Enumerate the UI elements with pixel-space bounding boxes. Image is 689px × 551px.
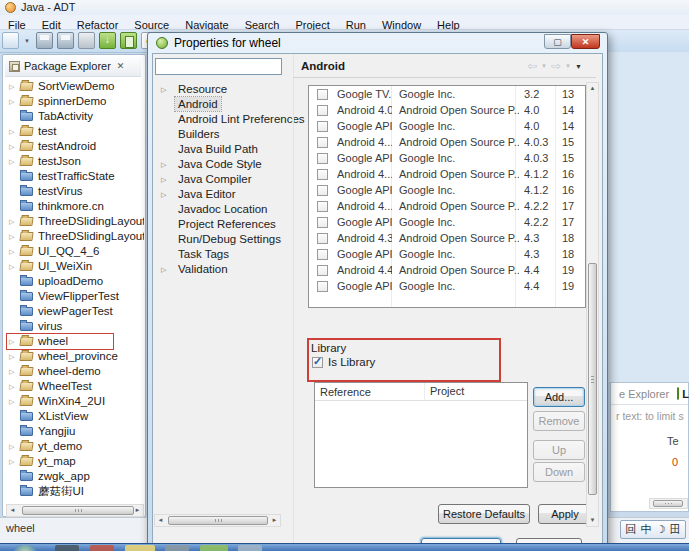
logcat-horizontal-scrollbar[interactable]	[649, 498, 688, 509]
package-explorer-item[interactable]: ▷ UI_WeiXin	[4, 259, 144, 274]
target-checkbox[interactable]	[317, 249, 328, 260]
new-wizard-menu-icon[interactable]	[23, 32, 32, 49]
Google APIs[interactable]: Google APIs Google Inc. 4.2.2 17	[309, 214, 585, 230]
expand-arrow-icon[interactable]: ▷	[9, 364, 14, 379]
package-explorer-item[interactable]: ▷ viewPagerTest	[4, 304, 144, 319]
target-checkbox[interactable]	[317, 137, 328, 148]
package-explorer-item[interactable]: ▷ spinnerDemo	[4, 94, 144, 109]
target-checkbox[interactable]	[317, 121, 328, 132]
Google APIs[interactable]: Google APIs Google Inc. 4.3 18	[309, 246, 585, 262]
new-wizard-icon[interactable]	[2, 32, 19, 49]
package-explorer-item[interactable]: ▷ test	[4, 124, 144, 139]
file-explorer-tab[interactable]: e Explorer	[619, 388, 669, 400]
package-explorer-item[interactable]: ▷ wheel-demo	[4, 364, 144, 379]
down-button[interactable]: Down	[533, 462, 585, 482]
package-explorer-item[interactable]: ▷ testTrafficState	[4, 169, 144, 184]
close-icon[interactable]: ✕	[117, 61, 125, 71]
scroll-right-icon[interactable]: ►	[269, 515, 280, 526]
windows-taskbar[interactable]	[0, 543, 689, 551]
Android 4....[interactable]: Android 4.... Android Open Source P... 4…	[309, 166, 585, 182]
package-explorer-item[interactable]: ▷ testJson	[4, 154, 144, 169]
properties-tree-item[interactable]: ▷ Task Tags	[155, 247, 289, 262]
dialog-titlebar[interactable]: Properties for wheel ▢ ✕	[148, 33, 607, 53]
maximize-button[interactable]: ▢	[544, 34, 571, 49]
Google APIs[interactable]: Google APIs Google Inc. 4.1.2 16	[309, 182, 585, 198]
package-explorer-item[interactable]: ▷ ThreeDSlidingLayout	[4, 214, 144, 229]
target-checkbox[interactable]	[317, 185, 328, 196]
expand-arrow-icon[interactable]: ▷	[161, 172, 166, 187]
Google TV...[interactable]: Google TV... Google Inc. 3.2 13	[309, 86, 585, 102]
package-explorer-item[interactable]: ▷ yt_demo	[4, 439, 144, 454]
package-explorer-item[interactable]: ▷ WheelTest	[4, 379, 144, 394]
back-menu-icon[interactable]: ▼	[541, 63, 547, 69]
view-menu-icon[interactable]: ▼	[575, 63, 582, 70]
Android 4.0[interactable]: Android 4.0 Android Open Source P... 4.0…	[309, 102, 585, 118]
package-explorer-item[interactable]: ▷ yt_map	[4, 454, 144, 469]
taskbar-app-icon[interactable]	[238, 545, 262, 551]
Google APIs[interactable]: Google APIs Google Inc. 4.0.3 15	[309, 150, 585, 166]
expand-arrow-icon[interactable]: ▷	[9, 154, 14, 169]
package-explorer-item[interactable]: ▷ WinXin4_2UI	[4, 394, 144, 409]
properties-tree-item[interactable]: ▷ Java Compiler	[155, 172, 289, 187]
scroll-up-icon[interactable]: ▲	[587, 83, 598, 94]
restore-defaults-button[interactable]: Restore Defaults	[438, 504, 530, 524]
expand-arrow-icon[interactable]: ▷	[161, 82, 166, 97]
package-explorer-item[interactable]: ▷ thinkmore.cn	[4, 199, 144, 214]
package-explorer-item[interactable]: ▷ ThreeDSlidingLayoutDe	[4, 229, 144, 244]
properties-tree-item[interactable]: ▷ Java Editor	[155, 187, 289, 202]
sdk-manager-icon[interactable]	[99, 32, 116, 49]
taskbar-app-icon[interactable]	[90, 545, 114, 551]
is-library-checkbox[interactable]	[312, 357, 323, 368]
package-explorer-item[interactable]: ▷ testVirus	[4, 184, 144, 199]
apply-button[interactable]: Apply	[538, 504, 592, 524]
target-checkbox[interactable]	[317, 265, 328, 276]
expand-arrow-icon[interactable]: ▷	[9, 244, 14, 259]
expand-arrow-icon[interactable]: ▷	[9, 259, 14, 274]
Android 4....[interactable]: Android 4.... Android Open Source P... 4…	[309, 198, 585, 214]
package-explorer-item[interactable]: ▷ wheel	[4, 334, 144, 349]
expand-arrow-icon[interactable]: ▷	[161, 262, 166, 277]
target-checkbox[interactable]	[317, 153, 328, 164]
ime-icon[interactable]: 回	[625, 521, 636, 538]
expand-arrow-icon[interactable]: ▷	[161, 157, 166, 172]
properties-tree-item[interactable]: ▷ Javadoc Location	[155, 202, 289, 217]
properties-tree-item[interactable]: ▷ Android	[155, 97, 289, 112]
properties-tree-item[interactable]: ▷ Builders	[155, 127, 289, 142]
expand-arrow-icon[interactable]: ▷	[9, 139, 14, 154]
project-column-header[interactable]: Project	[424, 383, 527, 400]
ime-icon[interactable]: ☽	[656, 521, 666, 538]
expand-arrow-icon[interactable]: ▷	[9, 439, 14, 454]
properties-tree-item[interactable]: ▷ Java Code Style	[155, 157, 289, 172]
target-checkbox[interactable]	[317, 233, 328, 244]
save-icon[interactable]	[36, 32, 53, 49]
package-explorer-item[interactable]: ▷ XListView	[4, 409, 144, 424]
properties-tree-item[interactable]: ▷ Project References	[155, 217, 289, 232]
target-checkbox[interactable]	[317, 201, 328, 212]
package-explorer-horizontal-scrollbar[interactable]: ◄ ►	[6, 504, 144, 517]
package-explorer-item[interactable]: ▷ uploadDemo	[4, 274, 144, 289]
page-vertical-scrollbar[interactable]: ▲ ▼	[586, 82, 599, 527]
save-all-icon[interactable]	[57, 32, 74, 49]
properties-tree-item[interactable]: ▷ Android Lint Preferences	[155, 112, 289, 127]
scroll-right-icon[interactable]: ►	[132, 505, 143, 516]
package-explorer-item[interactable]: ▷ UI_QQ_4_6	[4, 244, 144, 259]
package-explorer-item[interactable]: ▷ virus	[4, 319, 144, 334]
remove-button[interactable]: Remove	[533, 411, 585, 431]
expand-arrow-icon[interactable]: ▷	[9, 79, 14, 94]
filter-input[interactable]	[155, 58, 282, 75]
expand-arrow-icon[interactable]: ▷	[9, 334, 14, 349]
package-explorer-item[interactable]: ▷ SortViewDemo	[4, 79, 144, 94]
Android 4....[interactable]: Android 4.... Android Open Source P... 4…	[309, 134, 585, 150]
properties-tree-item[interactable]: ▷ Resource	[155, 82, 289, 97]
scroll-left-icon[interactable]: ◄	[7, 505, 18, 516]
scroll-down-icon[interactable]: ▼	[587, 515, 598, 526]
expand-arrow-icon[interactable]: ▷	[9, 379, 14, 394]
expand-arrow-icon[interactable]: ▷	[9, 214, 14, 229]
package-explorer-item[interactable]: ▷ 蘑菇街UI	[4, 484, 144, 499]
package-explorer-item[interactable]: ▷ zwgk_app	[4, 469, 144, 484]
ime-icon[interactable]: 田	[670, 521, 681, 538]
taskbar-app-icon[interactable]	[165, 545, 189, 551]
logcat-column-header[interactable]: Te	[667, 435, 679, 447]
target-checkbox[interactable]	[317, 169, 328, 180]
start-orb-icon[interactable]	[14, 545, 36, 551]
